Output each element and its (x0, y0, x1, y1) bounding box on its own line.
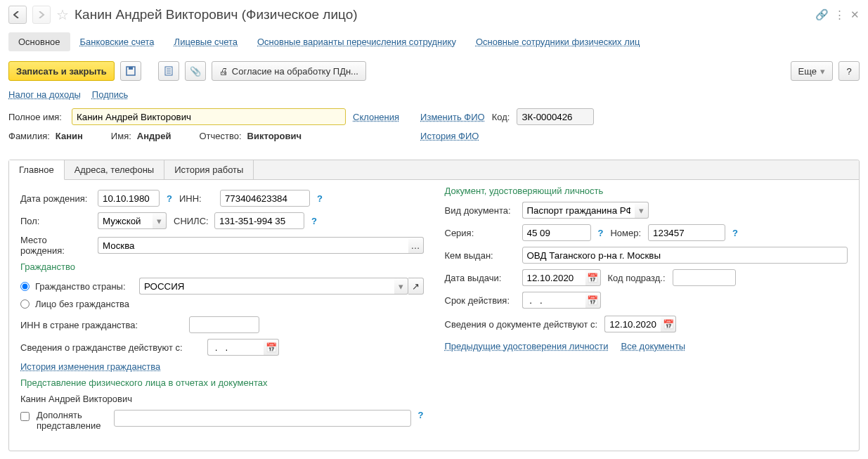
input-seria[interactable] (522, 224, 591, 241)
input-dept[interactable] (673, 269, 736, 286)
lbl-inn: ИНН: (179, 193, 213, 204)
input-valid[interactable] (522, 292, 585, 309)
navtab-personal[interactable]: Лицевые счета (164, 32, 247, 51)
help-num[interactable]: ? (732, 228, 738, 238)
title-representation: Представление физического лица в отчетах… (20, 377, 424, 388)
lbl-citizen-from: Сведения о гражданстве действуют с: (20, 342, 200, 353)
lbl-addrepr: Дополнять представление (37, 410, 107, 431)
lbl-valid: Срок действия: (445, 295, 515, 306)
more-icon[interactable]: ⋮ (834, 8, 845, 21)
lbl-sex: Пол: (20, 216, 91, 226)
more-button[interactable]: Еще▾ (791, 61, 833, 81)
navtab-main[interactable]: Основное (8, 32, 70, 51)
link-tax[interactable]: Налог на доходы (8, 89, 81, 100)
input-fullname[interactable] (72, 108, 346, 125)
pob-select[interactable]: … (408, 237, 424, 254)
issue-date-cal[interactable]: 📅 (585, 269, 601, 286)
link-histfio[interactable]: История ФИО (420, 131, 479, 141)
tab-history[interactable]: История работы (164, 160, 254, 179)
lbl-dept: Код подразд.: (608, 273, 666, 283)
attach-button[interactable]: 📎 (185, 61, 206, 81)
star-icon[interactable]: ☆ (56, 6, 69, 23)
help-seria[interactable]: ? (598, 228, 604, 238)
country-open[interactable]: ↗ (408, 278, 424, 295)
lbl-docfrom: Сведения о документе действуют с: (445, 319, 598, 330)
val-fam: Канин (56, 131, 83, 141)
help-button[interactable]: ? (838, 61, 860, 81)
window-title: Канин Андрей Викторович (Физическое лицо… (75, 7, 358, 22)
link-citizen-history[interactable]: История изменения гражданства (20, 361, 160, 372)
input-docfrom[interactable] (604, 316, 661, 332)
print-icon: 🖨 (219, 66, 228, 77)
lbl-otch: Отчество: (199, 131, 241, 141)
lbl-fullname: Полное имя: (8, 112, 65, 122)
lbl-seria: Серия: (445, 228, 515, 238)
input-inn[interactable] (220, 190, 310, 207)
help-inn[interactable]: ? (317, 193, 323, 204)
lbl-citizen-country: Гражданство страны: (35, 281, 134, 292)
title-doc: Документ, удостоверяющий личность (445, 186, 848, 196)
lbl-num: Номер: (610, 228, 641, 238)
input-doctype[interactable] (522, 202, 635, 219)
input-issue-date[interactable] (522, 269, 585, 286)
consent-button[interactable]: 🖨Согласие на обработку ПДн... (212, 61, 366, 81)
link-declensions[interactable]: Склонения (353, 112, 399, 122)
lbl-name: Имя: (111, 131, 131, 141)
country-dropdown[interactable]: ▾ (394, 278, 408, 295)
docfrom-cal[interactable]: 📅 (661, 316, 676, 332)
input-pob[interactable] (98, 237, 408, 254)
doctype-dropdown[interactable]: ▾ (635, 202, 649, 219)
link-all-docs[interactable]: Все документы (621, 341, 686, 351)
nav-back-button[interactable] (8, 6, 27, 24)
radio-stateless[interactable] (20, 299, 30, 309)
help-snils[interactable]: ? (311, 216, 317, 226)
citizen-from-cal[interactable]: 📅 (264, 339, 279, 356)
navtab-transfer[interactable]: Основные варианты перечисления сотрудник… (247, 32, 466, 51)
input-num[interactable] (648, 224, 725, 241)
help-addrepr[interactable]: ? (418, 410, 424, 420)
lbl-snils: СНИЛС: (174, 216, 207, 226)
link-changefio[interactable]: Изменить ФИО (420, 112, 485, 122)
tab-main[interactable]: Главное (9, 160, 65, 180)
lbl-dob: Дата рождения: (20, 193, 91, 204)
val-name: Андрей (137, 131, 171, 141)
link-prev-docs[interactable]: Предыдущие удостоверения личности (445, 341, 609, 351)
input-addrepr[interactable] (114, 410, 411, 427)
nav-forward-button[interactable] (32, 6, 51, 24)
lbl-fam: Фамилия: (8, 131, 50, 141)
lbl-kod: Код: (492, 112, 510, 122)
save-button[interactable] (120, 61, 141, 81)
lbl-doctype: Вид документа: (445, 205, 515, 216)
checkbox-addrepr[interactable] (20, 412, 30, 421)
input-dob[interactable] (98, 190, 160, 207)
input-kod[interactable] (517, 108, 594, 125)
radio-country[interactable] (20, 282, 30, 291)
close-icon[interactable]: ✕ (850, 8, 860, 21)
help-dob[interactable]: ? (167, 193, 172, 204)
input-sex[interactable] (98, 212, 153, 229)
link-icon[interactable]: 🔗 (815, 8, 829, 21)
link-sign[interactable]: Подпись (92, 89, 128, 100)
lbl-issued: Кем выдан: (445, 250, 515, 261)
tab-addresses[interactable]: Адреса, телефоны (65, 160, 165, 179)
valid-cal[interactable]: 📅 (585, 292, 601, 309)
input-inn-country[interactable] (189, 316, 259, 333)
sex-dropdown[interactable]: ▾ (153, 212, 167, 229)
lbl-stateless: Лицо без гражданства (35, 299, 129, 309)
val-representation: Канин Андрей Викторович (20, 394, 424, 404)
lbl-pob: Место рождения: (20, 235, 91, 256)
navtab-employees[interactable]: Основные сотрудники физических лиц (466, 32, 650, 51)
lbl-issue-date: Дата выдачи: (445, 273, 515, 283)
input-snils[interactable] (214, 212, 304, 229)
lbl-inn-country: ИНН в стране гражданства: (20, 320, 182, 330)
navtab-bank[interactable]: Банковские счета (70, 32, 164, 51)
svg-rect-1 (129, 67, 133, 70)
doc-button[interactable] (158, 61, 179, 81)
input-citizen-from[interactable] (207, 339, 264, 356)
save-close-button[interactable]: Записать и закрыть (8, 61, 115, 81)
input-country[interactable] (139, 278, 394, 295)
title-citizenship: Гражданство (20, 261, 424, 272)
input-issued[interactable] (522, 247, 848, 264)
val-otch: Викторович (247, 131, 302, 141)
